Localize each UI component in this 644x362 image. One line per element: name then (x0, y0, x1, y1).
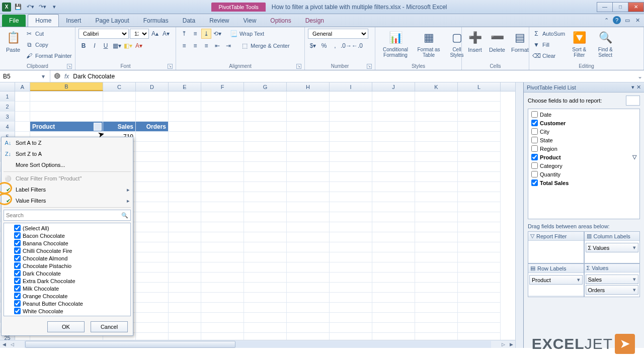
qat-customize-icon[interactable]: ▾ (49, 3, 59, 12)
chip-sales[interactable]: Sales▾ (586, 275, 639, 284)
field-list-close-icon[interactable]: ✕ (636, 84, 641, 90)
filter-item[interactable]: Chocolate Almond (5, 254, 129, 262)
filter-item[interactable]: Peanut Butter Chocolate (5, 300, 129, 307)
area-values[interactable]: ΣValues Sales▾ Orders▾ (584, 263, 640, 297)
find-select-button[interactable]: 🔍Find & Select (593, 29, 617, 59)
format-painter-button[interactable]: 🖌Format Painter (25, 51, 72, 61)
font-launcher[interactable]: ↘ (168, 64, 173, 69)
border-button[interactable]: ▦▾ (112, 41, 122, 51)
filter-item[interactable]: Dark Chocolate (5, 269, 129, 277)
area-row-labels[interactable]: ▤Row Labels Product▾ (528, 263, 584, 297)
alignment-launcher[interactable]: ↘ (296, 64, 301, 69)
more-sort-options[interactable]: More Sort Options... (2, 159, 133, 170)
clipboard-launcher[interactable]: ↘ (67, 64, 72, 69)
formula-value[interactable]: Dark Chocolate (73, 73, 115, 80)
decrease-decimal-icon[interactable]: ←.0 (352, 41, 362, 51)
hscroll-thumb[interactable] (25, 341, 235, 348)
align-middle-icon[interactable]: ≡ (190, 29, 200, 39)
font-color-button[interactable]: A▾ (134, 41, 144, 51)
format-cells-button[interactable]: ▤Format (509, 29, 531, 54)
comma-icon[interactable]: , (330, 41, 340, 51)
tab-insert[interactable]: Insert (59, 15, 88, 27)
clear-filter[interactable]: ⚪Clear Filter From "Product" (2, 173, 133, 184)
filter-item[interactable]: Extra Dark Chocolate (5, 277, 129, 285)
close-button[interactable]: ✕ (628, 2, 644, 12)
insert-cells-button[interactable]: ➕Insert (465, 29, 485, 54)
align-left-icon[interactable]: ≡ (179, 41, 189, 51)
shrink-font-icon[interactable]: A▾ (161, 29, 171, 39)
field-list-dropdown-icon[interactable]: ▾ (631, 84, 634, 90)
col-header-E[interactable]: E (169, 82, 201, 91)
undo-icon[interactable]: ↶▾ (25, 3, 35, 12)
fill-color-button[interactable]: ◧▾ (123, 41, 133, 51)
workbook-close-icon[interactable]: ✕ (634, 17, 641, 24)
insert-function-icon[interactable]: ⓿ (54, 73, 60, 80)
expand-formula-bar-icon[interactable]: ⌄ (636, 73, 644, 80)
tab-formulas[interactable]: Formulas (136, 15, 176, 27)
conditional-formatting-button[interactable]: 📊Conditional Formatting (378, 29, 413, 59)
name-box-dropdown-icon[interactable]: ▾ (40, 73, 47, 80)
grow-font-icon[interactable]: A▴ (150, 29, 160, 39)
increase-decimal-icon[interactable]: .0→ (341, 41, 351, 51)
name-box[interactable]: B5 ▾ (0, 70, 50, 82)
col-header-D[interactable]: D (136, 82, 169, 91)
area-report-filter[interactable]: ▽Report Filter (528, 231, 584, 263)
decrease-indent-icon[interactable]: ⇤ (212, 41, 222, 51)
select-all-corner[interactable] (0, 82, 15, 91)
col-header-J[interactable]: J (372, 82, 415, 91)
help-icon[interactable]: ? (613, 16, 621, 24)
accounting-icon[interactable]: $▾ (308, 41, 318, 51)
col-header-B[interactable]: B (30, 82, 103, 91)
window-restore-icon[interactable]: ▭ (624, 17, 631, 24)
sort-a-to-z[interactable]: A↓Sort A to Z (2, 137, 133, 148)
filter-search-box[interactable]: 🔍 (4, 210, 131, 221)
scroll-left-icon2[interactable]: ◁ (8, 342, 16, 347)
filter-item[interactable]: Bacon Chocolate (5, 232, 129, 239)
filter-item[interactable]: Chocolate Pistachio (5, 262, 129, 269)
field-list-layout-button[interactable] (626, 96, 640, 106)
row-header-3[interactable]: 3 (0, 112, 15, 122)
filter-item-list[interactable]: (Select All)Bacon ChocolateBanana Chocol… (4, 223, 131, 316)
tab-options[interactable]: Options (263, 15, 298, 27)
field-city[interactable]: City (529, 127, 638, 136)
paste-button[interactable]: 📋 Paste (3, 29, 23, 54)
font-name-select[interactable]: Calibri (78, 29, 129, 39)
chip-product[interactable]: Product▾ (529, 275, 583, 285)
field-state[interactable]: State (529, 136, 638, 144)
col-header-H[interactable]: H (287, 82, 330, 91)
cancel-button[interactable]: Cancel (91, 321, 128, 332)
horizontal-scrollbar[interactable]: ◀ ◁ ▷ ▶ (0, 340, 515, 348)
field-total-sales[interactable]: Total Sales (529, 178, 638, 187)
tab-design[interactable]: Design (298, 15, 331, 27)
row-header-1[interactable]: 1 (0, 92, 15, 102)
col-header-L[interactable]: L (458, 82, 501, 91)
value-filters[interactable]: ✔Value Filters▸ (2, 195, 133, 206)
minimize-button[interactable]: — (597, 2, 613, 12)
chip-orders[interactable]: Orders▾ (586, 285, 639, 295)
align-right-icon[interactable]: ≡ (201, 41, 211, 51)
field-category[interactable]: Category (529, 161, 638, 170)
field-list-title-bar[interactable]: PivotTable Field List ▾✕ (524, 82, 644, 93)
scroll-right-icon2[interactable]: ▶ (507, 342, 515, 347)
chip-values[interactable]: Σ Values▾ (586, 243, 639, 252)
scroll-right-icon[interactable]: ▷ (499, 342, 507, 347)
fx-label[interactable]: fx (64, 73, 69, 80)
fill-button[interactable]: ▼Fill (532, 40, 565, 50)
filter-item[interactable]: Orange Chocolate (5, 292, 129, 300)
tab-review[interactable]: Review (202, 15, 236, 27)
row-header-2[interactable]: 2 (0, 102, 15, 112)
col-header-G[interactable]: G (244, 82, 287, 91)
cut-button[interactable]: ✂Cut (25, 29, 72, 39)
filter-item[interactable]: (Select All) (5, 224, 129, 232)
tab-view[interactable]: View (236, 15, 264, 27)
sort-filter-button[interactable]: 🔽Sort & Filter (567, 29, 591, 59)
filter-item[interactable]: Milk Chocolate (5, 285, 129, 292)
col-header-F[interactable]: F (201, 82, 244, 91)
label-filters[interactable]: ✔Label Filters▸ (2, 184, 133, 195)
clear-button[interactable]: ⌫Clear (532, 51, 565, 61)
redo-icon[interactable]: ↷▾ (37, 3, 47, 12)
filter-item[interactable]: Chilli Chocolate Fire (5, 247, 129, 254)
field-quantity[interactable]: Quantity (529, 170, 638, 178)
format-as-table-button[interactable]: ▦Format as Table (415, 29, 443, 59)
save-icon[interactable]: 💾 (13, 3, 23, 12)
